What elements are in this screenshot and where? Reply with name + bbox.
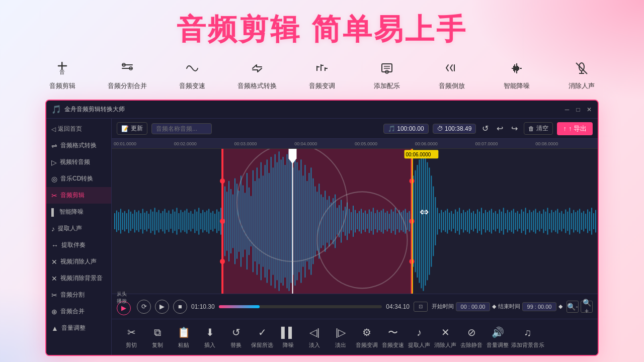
ruler-mark: 00:08.0000 (535, 141, 596, 146)
svg-rect-160 (371, 212, 372, 231)
svg-rect-184 (419, 159, 420, 283)
refresh-button[interactable]: ↺ (480, 123, 491, 134)
feature-icon-audio-split-merge (120, 58, 135, 78)
zoom-out-button[interactable]: 🔍- (567, 301, 579, 313)
bottom-tool-insert[interactable]: ⬇插入 (197, 325, 222, 349)
feature-item-add-bgm[interactable]: 添加配乐 (354, 58, 419, 90)
sidebar-item-video-to-audio[interactable]: ▷视频转音频 (46, 154, 111, 170)
ruler-mark: 00:04.0000 (294, 141, 355, 146)
sidebar-icon-extract-vocal: ♪ (51, 225, 55, 233)
play-button[interactable]: ▶ (155, 300, 169, 314)
bottom-tool-audio-tune[interactable]: 〜音频变速 (380, 325, 406, 349)
progress-bar[interactable] (219, 305, 382, 308)
waveform-area[interactable]: 00:01.0000 00:02.0000 00:03.0000 00:04.0… (112, 139, 598, 294)
start-marker-icon: ◆ (492, 303, 496, 310)
svg-rect-100 (251, 196, 252, 246)
svg-rect-141 (333, 198, 334, 244)
bottom-tool-add-bgm2[interactable]: ♫添加背景音乐 (511, 325, 544, 349)
sidebar-item-extract-vocal[interactable]: ♪提取人声 (46, 220, 111, 237)
sidebar-item-volume-adjust[interactable]: ▲音量调整 (46, 320, 111, 336)
svg-rect-114 (279, 151, 280, 291)
bottom-tool-copy[interactable]: ⧉复制 (145, 325, 170, 349)
svg-rect-35 (120, 209, 121, 233)
svg-rect-70 (190, 211, 191, 232)
sidebar-item-video-remove-vocal[interactable]: ✕视频消除人声 (46, 253, 111, 270)
feature-item-audio-split-merge[interactable]: 音频分割合并 (95, 58, 160, 90)
filename-input[interactable] (151, 123, 212, 134)
redo-button[interactable]: ↪ (509, 123, 520, 134)
svg-rect-59 (169, 211, 170, 232)
svg-rect-136 (323, 197, 324, 245)
export-icon: ↑ (563, 125, 567, 132)
bottom-tool-cut[interactable]: ✂剪切 (119, 325, 144, 349)
svg-rect-91 (232, 195, 233, 248)
svg-rect-63 (176, 208, 177, 234)
feature-item-audio-format[interactable]: 音频格式转换 (225, 58, 290, 90)
svg-rect-68 (186, 209, 187, 233)
sidebar-item-video-remove-bgm[interactable]: ✕视频消除背景音 (46, 270, 111, 287)
bottom-tool-fade-in[interactable]: ◁|淡入 (302, 325, 327, 349)
sidebar-item-audio-cut[interactable]: ✂音频剪辑 (46, 187, 111, 204)
range-marker-icon[interactable]: ⊡ (414, 302, 428, 312)
bottom-tool-remove-noise2[interactable]: ⊘去除静音 (459, 325, 484, 349)
feature-item-remove-vocal[interactable]: 消除人声 (549, 58, 614, 90)
feature-item-audio-cut[interactable]: 音音频剪辑 (30, 58, 95, 90)
bottom-tool-audio-adjust[interactable]: ⚙音频变调 (354, 325, 379, 349)
svg-rect-61 (173, 210, 174, 233)
bottom-tool-extract-vocal2[interactable]: ♪提取人声 (407, 325, 432, 349)
bottom-tool-denoise[interactable]: ▌▌降噪 (276, 325, 301, 349)
sidebar-icon-video-to-audio: ▷ (51, 158, 57, 166)
svg-rect-111 (273, 167, 274, 275)
start-time-input[interactable] (456, 302, 490, 311)
feature-item-audio-speed[interactable]: 音频变速 (160, 58, 225, 90)
maximize-button[interactable]: □ (575, 106, 582, 113)
feature-item-audio-reverse[interactable]: 音频倒放 (419, 58, 484, 90)
svg-rect-145 (341, 200, 342, 242)
zoom-in-button[interactable]: 🔍+ (581, 301, 593, 313)
sidebar-item-audio-merge[interactable]: ⊕音频合并 (46, 303, 111, 320)
bottom-tool-paste[interactable]: 📋粘贴 (171, 325, 196, 349)
svg-rect-165 (381, 211, 382, 232)
sidebar-item-extract-bgm[interactable]: ↔提取伴奏 (46, 237, 111, 253)
svg-rect-128 (306, 181, 307, 261)
svg-rect-263 (577, 211, 578, 232)
update-button[interactable]: 📝 更新 (117, 122, 147, 135)
svg-rect-123 (296, 162, 297, 281)
feature-item-noise-reduction[interactable]: 智能降噪 (484, 58, 549, 90)
export-button[interactable]: ↑ ↑ 导出 (557, 122, 593, 135)
close-button[interactable]: ✕ (586, 106, 593, 113)
minimize-button[interactable]: ─ (564, 106, 571, 113)
svg-rect-182 (415, 170, 416, 273)
back-to-home[interactable]: ◁ 返回首页 (46, 121, 111, 137)
svg-rect-168 (387, 211, 388, 232)
time-badge-1: 🎵 100:00.00 (383, 124, 429, 134)
svg-rect-265 (581, 213, 582, 230)
ruler-mark: 00:01.0000 (114, 141, 174, 146)
svg-rect-143 (337, 208, 338, 234)
loop-play-button[interactable]: ⟳ (137, 300, 151, 314)
sidebar-item-smart-denoise[interactable]: ▌智能降噪 (46, 204, 111, 220)
svg-rect-210 (471, 213, 472, 230)
svg-rect-110 (271, 157, 272, 286)
waveform-canvas[interactable]: 00:06.0000 ⇔ (112, 149, 598, 294)
sidebar-item-cd-convert[interactable]: ◎音乐CD转换 (46, 170, 111, 187)
bottom-tool-remove-vocal2[interactable]: ✕消除人声 (433, 325, 458, 349)
bottom-tool-label-audio-tune: 音频变速 (382, 341, 404, 349)
stop-button[interactable]: ■ (173, 300, 187, 314)
end-time-input[interactable] (522, 302, 556, 311)
svg-rect-227 (505, 213, 506, 229)
clear-button[interactable]: 🗑 清空 (524, 122, 553, 135)
bottom-tool-label-paste: 粘贴 (178, 341, 189, 349)
undo-button[interactable]: ↩ (495, 123, 505, 134)
svg-rect-64 (178, 213, 179, 229)
bottom-tool-replace[interactable]: ↺替换 (223, 325, 249, 349)
bottom-tool-keep-selected[interactable]: ✓保留所选 (250, 325, 275, 349)
bottom-tool-fade-out[interactable]: |▷淡出 (328, 325, 353, 349)
sidebar-item-audio-split[interactable]: ✂音频分割 (46, 287, 111, 303)
svg-rect-131 (312, 178, 313, 264)
svg-rect-49 (148, 214, 149, 229)
sidebar-item-format-convert[interactable]: ⇌音频格式转换 (46, 137, 111, 154)
feature-item-audio-pitch[interactable]: 音频变调 (290, 58, 355, 90)
svg-rect-82 (214, 214, 215, 229)
bottom-tool-volume-adjust2[interactable]: 🔊音量调整 (485, 325, 510, 349)
